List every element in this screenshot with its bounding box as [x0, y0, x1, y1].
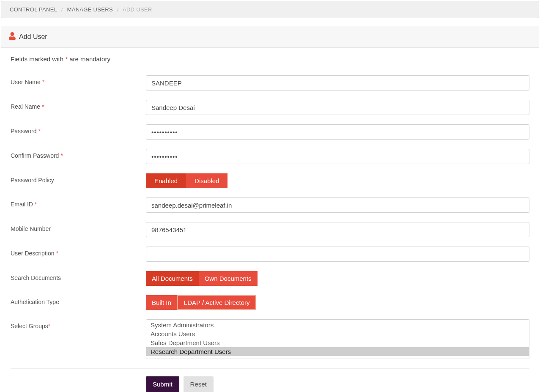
group-option[interactable]: Sales Department Users [146, 338, 529, 347]
search-own-documents-button[interactable]: Own Documents [199, 271, 258, 286]
realname-input[interactable] [146, 100, 529, 115]
search-all-documents-button[interactable]: All Documents [146, 271, 199, 286]
breadcrumb-item-add-user: ADD USER [123, 6, 152, 13]
password-policy-toggle: Enabled Disabled [146, 173, 228, 188]
breadcrumb-separator: / [115, 6, 121, 13]
panel-body: Fields marked with * are mandatory User … [1, 48, 539, 392]
mandatory-note: Fields marked with * are mandatory [11, 55, 529, 63]
group-option[interactable]: HR Department Users [146, 356, 529, 359]
breadcrumb-separator: / [59, 6, 66, 13]
username-input[interactable] [146, 75, 529, 90]
breadcrumb-item-manage-users[interactable]: MANAGE USERS [67, 6, 113, 13]
panel-title: Add User [19, 33, 47, 41]
group-option[interactable]: Accounts Users [146, 329, 529, 338]
panel-header: Add User [1, 26, 539, 48]
breadcrumb: CONTROL PANEL / MANAGE USERS / ADD USER [1, 1, 539, 18]
auth-type-toggle: Built In LDAP / Active Directory [146, 295, 256, 310]
mobile-input[interactable] [146, 222, 529, 237]
password-input[interactable] [146, 124, 529, 140]
username-label: User Name * [11, 75, 146, 85]
password-policy-disabled-button[interactable]: Disabled [186, 173, 228, 188]
description-label: User Description * [11, 247, 146, 257]
select-groups-label: Select Groups* [11, 319, 146, 329]
mandatory-note-suffix: are mandatory [68, 55, 110, 63]
auth-ldap-button[interactable]: LDAP / Active Directory [177, 295, 257, 310]
group-option[interactable]: Research Department Users [146, 347, 529, 356]
breadcrumb-item-control-panel[interactable]: CONTROL PANEL [10, 6, 57, 13]
auth-type-label: Authetication Type [11, 295, 146, 305]
divider [11, 368, 529, 369]
email-input[interactable] [146, 197, 529, 213]
mobile-label: Mobile Number [11, 222, 146, 232]
realname-label: Real Name * [11, 100, 146, 110]
auth-builtin-button[interactable]: Built In [146, 295, 177, 310]
description-input[interactable] [146, 247, 529, 262]
reset-button[interactable]: Reset [184, 376, 214, 392]
select-groups-list[interactable]: System AdministratorsAccounts UsersSales… [146, 319, 529, 359]
password-label: Password * [11, 124, 146, 134]
email-label: Email ID * [11, 197, 146, 208]
group-option[interactable]: System Administrators [146, 321, 529, 329]
password-policy-enabled-button[interactable]: Enabled [146, 173, 186, 188]
search-documents-toggle: All Documents Own Documents [146, 271, 258, 286]
confirm-password-label: Confirm Password * [11, 149, 146, 159]
search-documents-label: Search Documents [11, 271, 146, 281]
password-policy-label: Password Policy [11, 173, 146, 184]
user-icon [9, 32, 16, 41]
submit-button[interactable]: Submit [146, 376, 179, 392]
mandatory-note-prefix: Fields marked with [11, 55, 65, 63]
add-user-panel: Add User Fields marked with * are mandat… [1, 26, 539, 392]
confirm-password-input[interactable] [146, 149, 529, 164]
